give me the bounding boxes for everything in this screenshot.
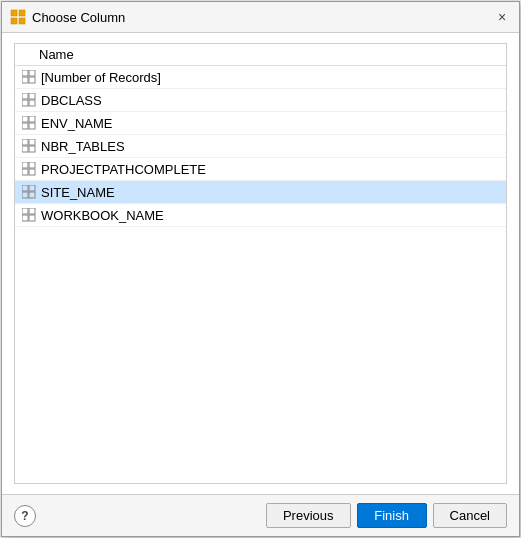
list-item[interactable]: SITE_NAME <box>15 181 506 204</box>
svg-rect-19 <box>29 146 35 152</box>
dialog-footer: ? Previous Finish Cancel <box>2 494 519 536</box>
svg-rect-13 <box>29 116 35 122</box>
svg-rect-16 <box>22 139 28 145</box>
svg-rect-14 <box>22 123 28 129</box>
dialog-title: Choose Column <box>32 10 125 25</box>
svg-rect-24 <box>22 185 28 191</box>
svg-rect-11 <box>29 100 35 106</box>
cancel-button[interactable]: Cancel <box>433 503 507 528</box>
svg-rect-8 <box>22 93 28 99</box>
title-bar-left: Choose Column <box>10 9 125 25</box>
list-item[interactable]: WORKBOOK_NAME <box>15 204 506 227</box>
svg-rect-18 <box>22 146 28 152</box>
list-item-label: ENV_NAME <box>41 116 113 131</box>
column-icon <box>21 161 37 177</box>
svg-rect-6 <box>22 77 28 83</box>
svg-rect-3 <box>19 18 25 24</box>
list-item-label: SITE_NAME <box>41 185 115 200</box>
svg-rect-31 <box>29 215 35 221</box>
footer-left: ? <box>14 505 36 527</box>
close-button[interactable]: × <box>493 8 511 26</box>
list-item[interactable]: [Number of Records] <box>15 66 506 89</box>
column-icon <box>21 115 37 131</box>
svg-rect-2 <box>11 18 17 24</box>
previous-button[interactable]: Previous <box>266 503 351 528</box>
svg-rect-10 <box>22 100 28 106</box>
column-icon <box>21 184 37 200</box>
list-item[interactable]: NBR_TABLES <box>15 135 506 158</box>
list-item[interactable]: ENV_NAME <box>15 112 506 135</box>
svg-rect-25 <box>29 185 35 191</box>
list-item-label: WORKBOOK_NAME <box>41 208 164 223</box>
column-icon <box>21 69 37 85</box>
svg-rect-4 <box>22 70 28 76</box>
dialog-icon <box>10 9 26 25</box>
svg-rect-29 <box>29 208 35 214</box>
svg-rect-23 <box>29 169 35 175</box>
footer-buttons: Previous Finish Cancel <box>266 503 507 528</box>
svg-rect-20 <box>22 162 28 168</box>
finish-button[interactable]: Finish <box>357 503 427 528</box>
svg-rect-26 <box>22 192 28 198</box>
svg-rect-12 <box>22 116 28 122</box>
svg-rect-15 <box>29 123 35 129</box>
list-item-label: DBCLASS <box>41 93 102 108</box>
svg-rect-27 <box>29 192 35 198</box>
list-item[interactable]: PROJECTPATHCOMPLETE <box>15 158 506 181</box>
svg-rect-28 <box>22 208 28 214</box>
title-bar: Choose Column × <box>2 2 519 33</box>
svg-rect-21 <box>29 162 35 168</box>
column-list[interactable]: Name [Number of Records] DBCLASS ENV_NAM… <box>14 43 507 484</box>
list-item-label: [Number of Records] <box>41 70 161 85</box>
list-header: Name <box>15 44 506 66</box>
list-item-label: NBR_TABLES <box>41 139 125 154</box>
svg-rect-7 <box>29 77 35 83</box>
help-button[interactable]: ? <box>14 505 36 527</box>
list-item[interactable]: DBCLASS <box>15 89 506 112</box>
list-items-container: [Number of Records] DBCLASS ENV_NAME NBR… <box>15 66 506 227</box>
svg-rect-30 <box>22 215 28 221</box>
column-icon <box>21 207 37 223</box>
choose-column-dialog: Choose Column × Name [Number of Records]… <box>1 1 520 537</box>
list-item-label: PROJECTPATHCOMPLETE <box>41 162 206 177</box>
svg-rect-1 <box>19 10 25 16</box>
svg-rect-5 <box>29 70 35 76</box>
dialog-content: Name [Number of Records] DBCLASS ENV_NAM… <box>2 33 519 494</box>
column-icon <box>21 92 37 108</box>
svg-rect-17 <box>29 139 35 145</box>
column-icon <box>21 138 37 154</box>
svg-rect-0 <box>11 10 17 16</box>
svg-rect-22 <box>22 169 28 175</box>
svg-rect-9 <box>29 93 35 99</box>
